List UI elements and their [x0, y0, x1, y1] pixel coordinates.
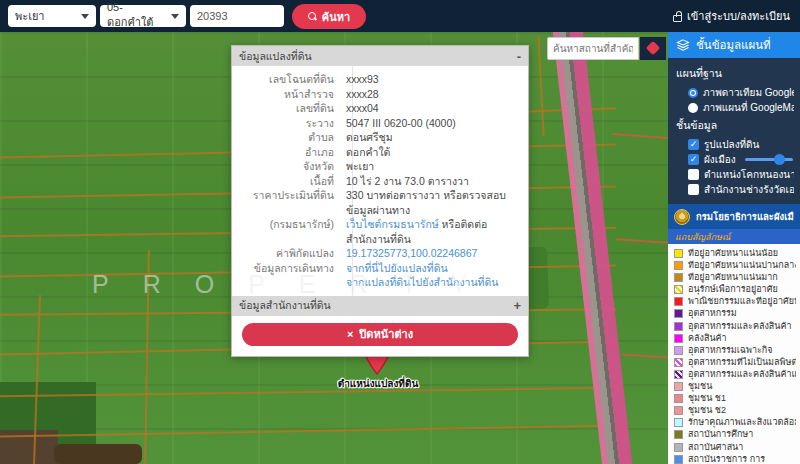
- legend-item: อุตสาหกรรมเฉพาะกิจ: [674, 345, 796, 357]
- province-select-value: พะเยา: [15, 7, 45, 25]
- field-text: ดอกคำใต้: [346, 146, 390, 158]
- field-text: ดอนศรีชุม: [346, 131, 393, 143]
- place-search-input[interactable]: [547, 37, 639, 60]
- map-canvas[interactable]: ตำแหน่งแปลงที่ดิน PROPERTY ข้อมูลแปลงที่…: [0, 32, 800, 464]
- field-text: xxxx93: [346, 73, 379, 85]
- checkbox-icon[interactable]: [688, 184, 699, 195]
- layer-option[interactable]: สำนักงานช่างรังวัดเอกชน: [676, 182, 794, 197]
- layers-icon: [676, 39, 690, 51]
- legend-swatch: [674, 394, 683, 403]
- field-label: ข้อมูลการเดินทาง: [238, 261, 346, 276]
- checkbox-icon[interactable]: [688, 169, 699, 180]
- field-value: จากที่นี่ไปยังแปลงที่ดิน: [346, 261, 448, 276]
- popup-field-row: จากแปลงที่ดินไปยังสำนักงานที่ดิน: [238, 275, 520, 290]
- legend-label: อุตสาหกรรมและคลังสินค้าและเกษตรกรรม: [688, 369, 796, 381]
- layer-option[interactable]: ✓ผังเมือง: [676, 152, 794, 167]
- legend-label: อุตสาหกรรมเฉพาะกิจ: [688, 345, 773, 357]
- layer-option-label: รูปแปลงที่ดิน: [704, 137, 759, 152]
- legend-label: อนุรักษ์เพื่อการอยู่อาศัย: [688, 284, 778, 296]
- field-value: 5047 III 0620-00 (4000): [346, 116, 456, 131]
- road-overlay: [552, 22, 636, 464]
- field-value: 10 ไร่ 2 งาน 73.0 ตารางวา: [346, 174, 469, 189]
- field-value: พะเยา: [346, 159, 374, 174]
- chevron-down-icon: [171, 14, 179, 19]
- layers-section-title: ชั้นข้อมูล: [676, 117, 794, 134]
- layer-controls: แผนที่ฐาน ภาพดาวเทียม GoogleMapภาพแผนที่…: [668, 58, 800, 204]
- parcel-info-popup: ข้อมูลแปลงที่ดิน - เลขโฉนดที่ดินxxxx93หน…: [231, 45, 529, 357]
- parcel-number-input[interactable]: [190, 5, 284, 27]
- field-text: xxxx28: [346, 88, 379, 100]
- legend-item: อนุรักษ์เพื่อการอยู่อาศัย: [674, 284, 796, 296]
- checkbox-icon[interactable]: ✓: [688, 154, 699, 165]
- field-link[interactable]: จากที่นี่ไปยังแปลงที่ดิน: [346, 262, 448, 274]
- basemap-option[interactable]: ภาพแผนที่ GoogleMap: [676, 100, 794, 115]
- parcel-line: [612, 133, 668, 139]
- basemap-option-label: ภาพดาวเทียม GoogleMap: [703, 85, 794, 100]
- slider-handle[interactable]: [774, 154, 785, 165]
- layer-option[interactable]: ✓รูปแปลงที่ดิน: [676, 137, 794, 152]
- field-link[interactable]: จากแปลงที่ดินไปยังสำนักงานที่ดิน: [346, 276, 499, 288]
- app-screen: พะเยา 05-ดอกคำใต้ ค้นหา เข้าสู่ระบบ/ลงทะ…: [0, 0, 800, 464]
- legend-swatch: [674, 430, 683, 439]
- legend-label: อุตสาหกรรมที่ไม่เป็นมลพิษต่อชุมชน สิ่งแว…: [688, 357, 796, 369]
- field-link[interactable]: 19.17325773,100.02246867: [346, 247, 477, 259]
- field-label: (กรมธนารักษ์): [238, 217, 346, 246]
- layer-option-label: ตำแหน่งโคกหนองนา: [704, 167, 794, 182]
- office-section-header[interactable]: ข้อมูลสำนักงานที่ดิน +: [232, 296, 528, 316]
- legend-item: ที่อยู่อาศัยหนาแน่นมาก: [674, 272, 796, 284]
- legend-label: อุตสาหกรรมและคลังสินค้า: [688, 321, 792, 333]
- legend-swatch: [674, 358, 683, 367]
- field-value: จากแปลงที่ดินไปยังสำนักงานที่ดิน: [346, 275, 499, 290]
- legend-item: อุตสาหกรรมที่ไม่เป็นมลพิษต่อชุมชน สิ่งแว…: [674, 357, 796, 369]
- parcel-line: [622, 353, 668, 358]
- department-banner-label: กรมโยธาธิการและผังเมือง: [696, 209, 794, 224]
- basemap-option[interactable]: ภาพดาวเทียม GoogleMap: [676, 85, 794, 100]
- legend-label: ที่อยู่อาศัยหนาแน่นปานกลาง: [688, 260, 796, 272]
- parcel-marker-label: ตำแหน่งแปลงที่ดิน: [308, 376, 448, 391]
- field-value: xxxx28: [346, 87, 379, 102]
- layer-options: ✓รูปแปลงที่ดิน✓ผังเมืองตำแหน่งโคกหนองนาส…: [676, 137, 794, 197]
- layer-option[interactable]: ตำแหน่งโคกหนองนา: [676, 167, 794, 182]
- legend-swatch: [674, 406, 683, 415]
- radio-icon[interactable]: [688, 103, 698, 113]
- login-register-link[interactable]: เข้าสู่ระบบ/ลงทะเบียน: [673, 0, 790, 32]
- field-value: ดอนศรีชุม: [346, 130, 393, 145]
- layer-toggle-button[interactable]: [640, 37, 666, 60]
- legend-label: รักษาคุณภาพและสิ่งแวดล้อม: [688, 417, 796, 429]
- field-value: ดอกคำใต้: [346, 145, 390, 160]
- red-diamond-icon: [646, 41, 660, 55]
- layer-option-label: สำนักงานช่างรังวัดเอกชน: [704, 182, 794, 197]
- legend-item: สถาบันศาสนา: [674, 442, 796, 454]
- field-text: 330 บาทต่อตารางวา หรือตรวจสอบข้อมูลผ่านท…: [346, 189, 506, 216]
- close-icon: ×: [347, 328, 353, 340]
- search-icon: [308, 12, 317, 21]
- popup-field-row: ระวาง5047 III 0620-00 (4000): [238, 116, 520, 131]
- popup-field-row: อำเภอดอกคำใต้: [238, 145, 520, 160]
- map-layers-sidebar: ชั้นข้อมูลแผนที่ แผนที่ฐาน ภาพดาวเทียม G…: [668, 32, 800, 464]
- checkbox-icon[interactable]: ✓: [688, 139, 699, 150]
- legend-label: ชุมชน: [688, 381, 712, 393]
- sidebar-header[interactable]: ชั้นข้อมูลแผนที่: [668, 32, 800, 58]
- legend-item: สถาบันราชการ การสาธารณูปโภคและสา เขตทหาร: [674, 454, 796, 464]
- province-select[interactable]: พะเยา: [8, 5, 96, 27]
- legend-label: ที่อยู่อาศัยหนาแน่นน้อย: [688, 248, 778, 260]
- search-button[interactable]: ค้นหา: [292, 4, 366, 29]
- field-label: หน้าสำรวจ: [238, 87, 346, 102]
- collapse-button[interactable]: -: [517, 50, 521, 63]
- legend-swatch: [674, 249, 683, 258]
- field-link[interactable]: เว็บไซต์กรมธนารักษ์: [346, 218, 439, 230]
- district-select[interactable]: 05-ดอกคำใต้: [100, 5, 186, 27]
- legend-swatch: [674, 297, 683, 306]
- opacity-slider[interactable]: [745, 158, 793, 161]
- close-window-button[interactable]: × ปิดหน้าต่าง: [242, 323, 518, 346]
- legend-item: คลังสินค้า: [674, 333, 796, 345]
- legend-item: ที่อยู่อาศัยหนาแน่นน้อย: [674, 248, 796, 260]
- department-emblem-icon: [674, 209, 690, 225]
- field-value: xxxx04: [346, 101, 379, 116]
- popup-rows: เลขโฉนดที่ดินxxxx93หน้าสำรวจxxxx28เลขที่…: [232, 66, 528, 296]
- expand-button[interactable]: +: [513, 299, 521, 312]
- field-label: จังหวัด: [238, 159, 346, 174]
- legend-swatch: [674, 261, 683, 270]
- radio-icon[interactable]: [688, 88, 698, 98]
- field-label: อำเภอ: [238, 145, 346, 160]
